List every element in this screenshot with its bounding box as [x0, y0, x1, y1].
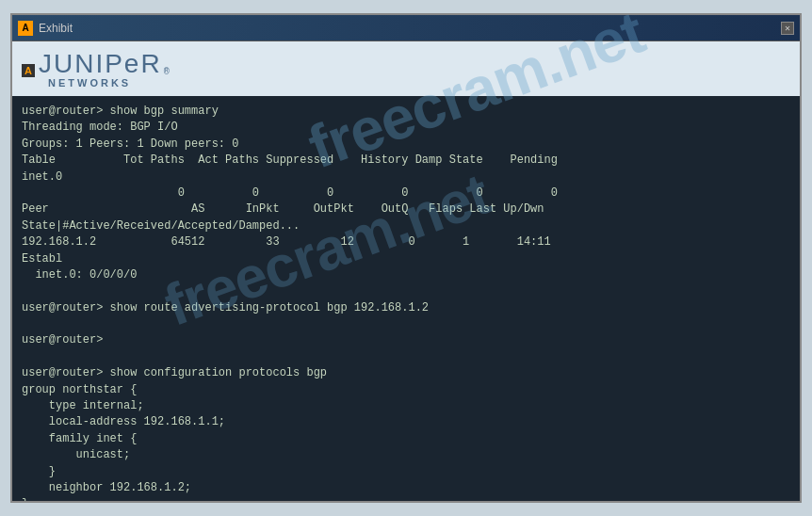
logo-networks: NETWORKS — [48, 77, 131, 89]
logo-juniper-text: JUNIPeR — [39, 51, 162, 77]
logo-top: A JUNIPeR® — [22, 51, 170, 77]
close-button[interactable]: ✕ — [781, 22, 794, 35]
window-title: Exhibit — [39, 22, 73, 35]
terminal-area: freecram.net user@router> show bgp summa… — [12, 96, 800, 501]
juniper-header: A JUNIPeR® NETWORKS freecram.net — [12, 41, 800, 96]
j-icon: A — [22, 64, 35, 77]
main-window: A Exhibit ✕ A JUNIPeR® NETWORKS freecram… — [10, 13, 802, 503]
title-bar: A Exhibit ✕ — [12, 15, 800, 41]
registered-symbol: ® — [164, 67, 170, 77]
juniper-logo: A JUNIPeR® NETWORKS — [22, 51, 170, 89]
app-icon: A — [18, 21, 33, 36]
title-bar-left: A Exhibit — [18, 21, 73, 36]
terminal-output: user@router> show bgp summary Threading … — [22, 104, 790, 501]
